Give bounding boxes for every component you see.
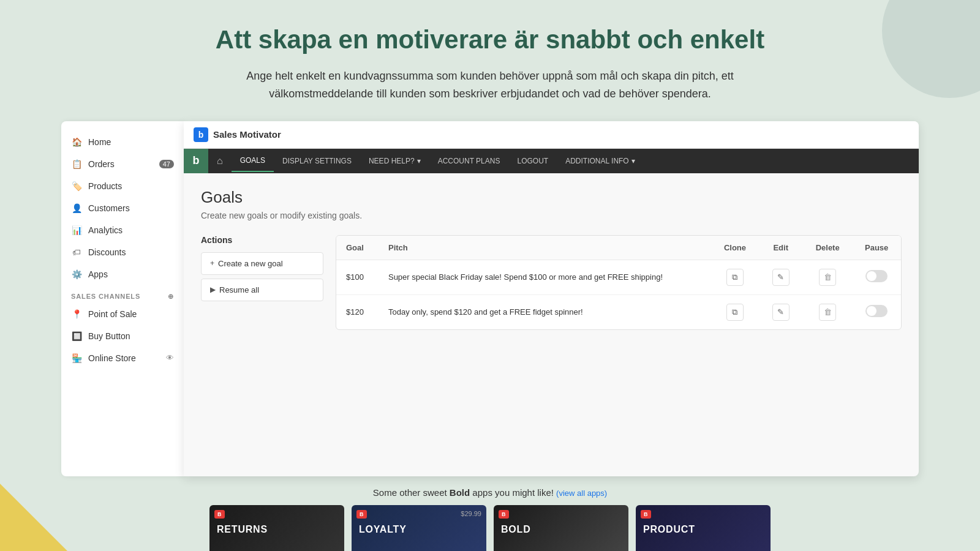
products-icon: 🏷️	[71, 181, 82, 192]
bottom-text: Some other sweet Bold apps you might lik…	[373, 487, 556, 498]
col-clone: Clone	[711, 236, 758, 260]
apps-icon: ⚙️	[71, 269, 82, 280]
create-goal-label: Create a new goal	[218, 259, 283, 268]
pause-cell-2	[852, 294, 901, 329]
main-content: 🏠 Home 📋 Orders 47 🏷️ Products 👤 Custome…	[0, 121, 980, 476]
sidebar-item-discounts[interactable]: 🏷 Discounts	[61, 241, 184, 263]
table-row: $120 Today only, spend $120 and get a FR…	[336, 294, 901, 329]
sidebar-label-apps: Apps	[88, 269, 108, 279]
goal-amount-1: $100	[336, 260, 379, 294]
actions-title: Actions	[201, 235, 323, 245]
pause-toggle-1[interactable]	[865, 270, 888, 282]
sidebar-item-home[interactable]: 🏠 Home	[61, 131, 184, 153]
delete-button-1[interactable]: 🗑	[819, 269, 836, 286]
nav-item-display-settings[interactable]: DISPLAY SETTINGS	[274, 151, 360, 171]
page-title: Att skapa en motiverare är snabbt och en…	[123, 24, 858, 55]
customers-icon: 👤	[71, 203, 82, 214]
nav-item-account-plans[interactable]: ACCOUNT PLANS	[429, 151, 509, 171]
sidebar-label-customers: Customers	[88, 203, 130, 213]
sidebar-item-pos[interactable]: 📍 Point of Sale	[61, 303, 184, 325]
nav-item-additional-info[interactable]: ADDITIONAL INFO ▾	[557, 151, 644, 171]
view-all-apps-link[interactable]: (view all apps)	[556, 489, 607, 498]
col-goal: Goal	[336, 236, 379, 260]
loyalty-card-inner: b LOYALTY $29.99	[352, 505, 486, 551]
sidebar-item-online-store[interactable]: 🏪 Online Store 👁	[61, 347, 184, 369]
bold-label: BOLD	[501, 524, 621, 535]
delete-cell-1: 🗑	[803, 260, 852, 294]
online-store-visibility-icon[interactable]: 👁	[166, 353, 174, 362]
edit-button-2[interactable]: ✎	[772, 304, 790, 321]
sidebar-item-customers[interactable]: 👤 Customers	[61, 197, 184, 219]
sidebar-item-orders[interactable]: 📋 Orders 47	[61, 153, 184, 175]
actions-panel: Actions + Create a new goal ▶ Resume all	[201, 235, 323, 330]
bg-decoration-triangle	[0, 484, 67, 551]
sidebar: 🏠 Home 📋 Orders 47 🏷️ Products 👤 Custome…	[61, 121, 184, 476]
nav-home-button[interactable]: ⌂	[208, 149, 232, 173]
app-window: b Sales Motivator b ⌂ GOALS DISPLAY SETT…	[184, 121, 919, 476]
play-icon: ▶	[210, 285, 216, 294]
create-new-goal-button[interactable]: + Create a new goal	[201, 252, 323, 275]
clone-button-2[interactable]: ⧉	[726, 304, 744, 321]
app-logo: b	[194, 127, 208, 142]
home-icon: 🏠	[71, 137, 82, 148]
delete-cell-2: 🗑	[803, 294, 852, 329]
bottom-section: Some other sweet Bold apps you might lik…	[0, 476, 980, 505]
app-card-returns[interactable]: b RETURNS	[209, 505, 344, 551]
clone-cell-2: ⧉	[711, 294, 758, 329]
pause-toggle-2[interactable]	[865, 305, 888, 317]
goals-table: Goal Pitch Clone Edit Delete Pause $100	[336, 236, 901, 329]
app-titlebar: b Sales Motivator	[184, 121, 919, 149]
table-row: $100 Super special Black Friday sale! Sp…	[336, 260, 901, 294]
orders-icon: 📋	[71, 159, 82, 170]
returns-badge: b	[214, 510, 225, 519]
app-content: Goals Create new goals or modify existin…	[184, 173, 919, 345]
sidebar-item-apps[interactable]: ⚙️ Apps	[61, 263, 184, 285]
sidebar-label-products: Products	[88, 181, 122, 191]
clone-cell-1: ⧉	[711, 260, 758, 294]
app-navbar: b ⌂ GOALS DISPLAY SETTINGS NEED HELP? ▾ …	[184, 149, 919, 173]
sidebar-item-analytics[interactable]: 📊 Analytics	[61, 219, 184, 241]
plus-icon: +	[210, 259, 214, 268]
orders-badge: 47	[159, 160, 174, 168]
discounts-icon: 🏷	[71, 247, 82, 258]
sidebar-label-analytics: Analytics	[88, 225, 123, 235]
goal-pitch-1: Super special Black Friday sale! Spend $…	[379, 260, 711, 294]
edit-button-1[interactable]: ✎	[772, 269, 790, 286]
goals-table-container: Goal Pitch Clone Edit Delete Pause $100	[336, 235, 902, 330]
delete-button-2[interactable]: 🗑	[819, 304, 836, 321]
resume-all-button[interactable]: ▶ Resume all	[201, 279, 323, 301]
analytics-icon: 📊	[71, 225, 82, 236]
app-cards-row: b RETURNS b LOYALTY $29.99 b BOLD b PROD…	[0, 505, 980, 551]
sidebar-label-discounts: Discounts	[88, 247, 126, 257]
sidebar-label-online-store: Online Store	[88, 353, 136, 363]
nav-brand: b	[184, 149, 208, 173]
additional-info-chevron: ▾	[631, 157, 635, 165]
sidebar-label-home: Home	[88, 137, 111, 147]
col-edit: Edit	[759, 236, 803, 260]
col-pitch: Pitch	[379, 236, 711, 260]
goal-amount-2: $120	[336, 294, 379, 329]
add-sales-channel-icon[interactable]: ⊕	[168, 293, 174, 301]
app-card-loyalty[interactable]: b LOYALTY $29.99	[352, 505, 486, 551]
clone-button-1[interactable]: ⧉	[726, 269, 744, 286]
app-card-bold[interactable]: b BOLD	[494, 505, 628, 551]
loyalty-price: $29.99	[461, 510, 481, 517]
resume-all-label: Resume all	[219, 285, 259, 294]
header-section: Att skapa en motiverare är snabbt och en…	[0, 0, 980, 121]
goals-page-subtitle: Create new goals or modify existing goal…	[201, 211, 902, 220]
pause-cell-1	[852, 260, 901, 294]
buy-button-icon: 🔲	[71, 331, 82, 342]
nav-item-need-help[interactable]: NEED HELP? ▾	[360, 151, 429, 171]
goals-layout: Actions + Create a new goal ▶ Resume all	[201, 235, 902, 330]
online-store-icon: 🏪	[71, 353, 82, 364]
app-card-product[interactable]: b PRODUCT	[636, 505, 771, 551]
sidebar-item-buy-button[interactable]: 🔲 Buy Button	[61, 325, 184, 347]
loyalty-badge: b	[356, 510, 367, 519]
product-label: PRODUCT	[643, 524, 763, 535]
product-badge: b	[641, 510, 651, 519]
edit-cell-1: ✎	[759, 260, 803, 294]
goal-pitch-2: Today only, spend $120 and get a FREE fi…	[379, 294, 711, 329]
nav-item-goals[interactable]: GOALS	[232, 150, 274, 172]
sidebar-item-products[interactable]: 🏷️ Products	[61, 175, 184, 197]
nav-item-logout[interactable]: LOGOUT	[508, 151, 557, 171]
